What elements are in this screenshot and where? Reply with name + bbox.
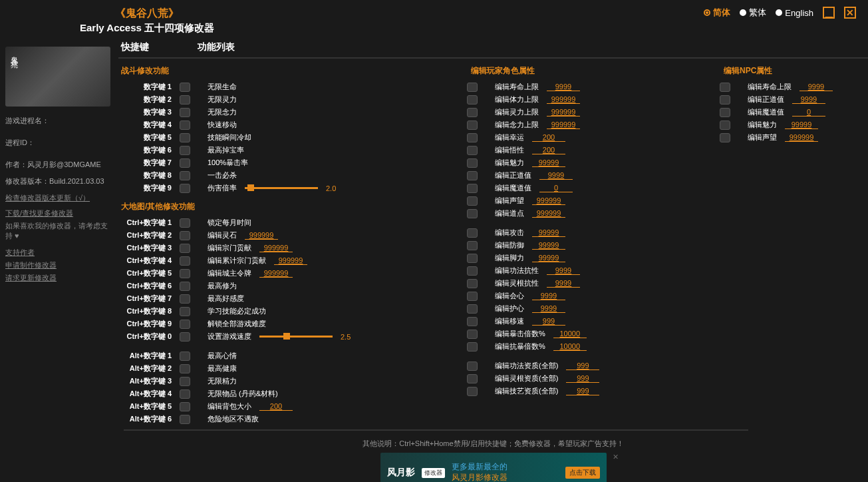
checkbox[interactable]	[180, 332, 190, 342]
checkbox[interactable]	[180, 184, 190, 193]
value-input[interactable]: 200	[532, 146, 565, 154]
checkbox[interactable]	[467, 95, 478, 105]
checkbox[interactable]	[467, 83, 478, 92]
ad-download-button[interactable]: 点击下载	[565, 467, 600, 479]
checkbox[interactable]	[467, 209, 478, 218]
more-trainers-link[interactable]: 下载/查找更多修改器	[5, 208, 113, 218]
checkbox[interactable]	[180, 269, 190, 278]
checkbox[interactable]	[720, 133, 730, 142]
checkbox[interactable]	[467, 108, 478, 117]
support-author-link[interactable]: 支持作者	[5, 248, 113, 258]
checkbox[interactable]	[180, 108, 190, 117]
value-input[interactable]: 99999	[785, 120, 818, 129]
checkbox[interactable]	[467, 279, 478, 288]
checkbox[interactable]	[180, 83, 190, 92]
value-input[interactable]: 999999	[547, 95, 580, 104]
value-input[interactable]: 200	[259, 402, 293, 411]
checkbox[interactable]	[467, 171, 478, 180]
value-input[interactable]: 999999	[245, 231, 278, 240]
ad-banner[interactable]: 风月影 修改器 更多最新最全的 风灵月影修改器 点击下载 ✕	[380, 453, 607, 482]
checkbox[interactable]	[467, 146, 478, 155]
value-input[interactable]: 10000	[553, 342, 587, 351]
checkbox[interactable]	[720, 108, 730, 117]
checkbox[interactable]	[180, 133, 190, 142]
checkbox[interactable]	[180, 146, 190, 155]
checkbox[interactable]	[467, 158, 478, 168]
checkbox[interactable]	[180, 352, 190, 361]
value-input[interactable]: 999	[566, 374, 599, 383]
checkbox[interactable]	[467, 330, 478, 339]
checkbox[interactable]	[467, 241, 478, 250]
value-input[interactable]: 999999	[532, 209, 565, 218]
lang-simplified[interactable]: 简体	[704, 7, 730, 19]
checkbox[interactable]	[180, 364, 190, 373]
value-input[interactable]: 999	[566, 362, 599, 370]
value-input[interactable]: 0	[792, 108, 825, 117]
minimize-button[interactable]: ▁	[823, 7, 835, 19]
checkbox[interactable]	[180, 231, 190, 240]
value-input[interactable]: 99999	[532, 228, 565, 237]
checkbox[interactable]	[180, 402, 190, 411]
value-input[interactable]: 10000	[553, 330, 587, 338]
checkbox[interactable]	[180, 120, 190, 130]
checkbox[interactable]	[180, 218, 190, 228]
checkbox[interactable]	[467, 292, 478, 301]
value-input[interactable]: 9999	[547, 279, 580, 288]
checkbox[interactable]	[180, 171, 190, 180]
checkbox[interactable]	[180, 244, 190, 253]
value-input[interactable]: 999	[532, 317, 565, 326]
checkbox[interactable]	[467, 196, 478, 206]
checkbox[interactable]	[467, 184, 478, 193]
checkbox[interactable]	[467, 133, 478, 142]
slider[interactable]	[245, 187, 318, 189]
value-input[interactable]: 99999	[532, 254, 565, 262]
value-input[interactable]: 9999	[547, 83, 580, 91]
checkbox[interactable]	[720, 120, 730, 130]
checkbox[interactable]	[180, 377, 190, 386]
checkbox[interactable]	[180, 282, 190, 291]
checkbox[interactable]	[180, 320, 190, 329]
checkbox[interactable]	[180, 307, 190, 316]
value-input[interactable]: 9999	[799, 83, 833, 91]
checkbox[interactable]	[467, 374, 478, 383]
value-input[interactable]: 999999	[532, 196, 565, 205]
value-input[interactable]: 9999	[532, 304, 565, 313]
value-input[interactable]: 999999	[274, 256, 307, 265]
value-input[interactable]: 999999	[785, 133, 818, 142]
ad-close-icon[interactable]: ✕	[613, 453, 619, 461]
value-input[interactable]: 999	[566, 387, 599, 395]
value-input[interactable]: 99999	[532, 241, 565, 250]
value-input[interactable]: 999999	[547, 108, 580, 117]
checkbox[interactable]	[180, 389, 190, 399]
checkbox[interactable]	[467, 304, 478, 314]
checkbox[interactable]	[720, 95, 730, 105]
checkbox[interactable]	[467, 362, 478, 371]
checkbox[interactable]	[467, 387, 478, 396]
value-input[interactable]: 999999	[259, 244, 293, 252]
request-update-link[interactable]: 请求更新修改器	[5, 273, 113, 283]
request-trainer-link[interactable]: 申请制作修改器	[5, 260, 113, 270]
value-input[interactable]: 9999	[539, 171, 573, 180]
checkbox[interactable]	[467, 228, 478, 238]
value-input[interactable]: 0	[539, 184, 573, 192]
checkbox[interactable]	[720, 83, 730, 92]
lang-traditional[interactable]: 繁体	[740, 7, 766, 19]
checkbox[interactable]	[467, 120, 478, 130]
close-button[interactable]: ✕	[844, 7, 856, 19]
checkbox[interactable]	[180, 294, 190, 304]
checkbox[interactable]	[467, 342, 478, 352]
checkbox[interactable]	[467, 254, 478, 263]
value-input[interactable]: 200	[532, 133, 565, 142]
value-input[interactable]: 9999	[547, 266, 580, 275]
checkbox[interactable]	[180, 158, 190, 168]
checkbox[interactable]	[180, 95, 190, 105]
slider[interactable]	[259, 336, 333, 338]
checkbox[interactable]	[180, 256, 190, 266]
checkbox[interactable]	[467, 317, 478, 326]
value-input[interactable]: 99999	[532, 158, 565, 167]
checkbox[interactable]	[467, 266, 478, 276]
value-input[interactable]: 999999	[259, 269, 293, 278]
value-input[interactable]: 9999	[532, 292, 565, 300]
value-input[interactable]: 9999	[792, 95, 825, 104]
check-update-link[interactable]: 检查修改器版本更新（√）	[5, 193, 113, 203]
